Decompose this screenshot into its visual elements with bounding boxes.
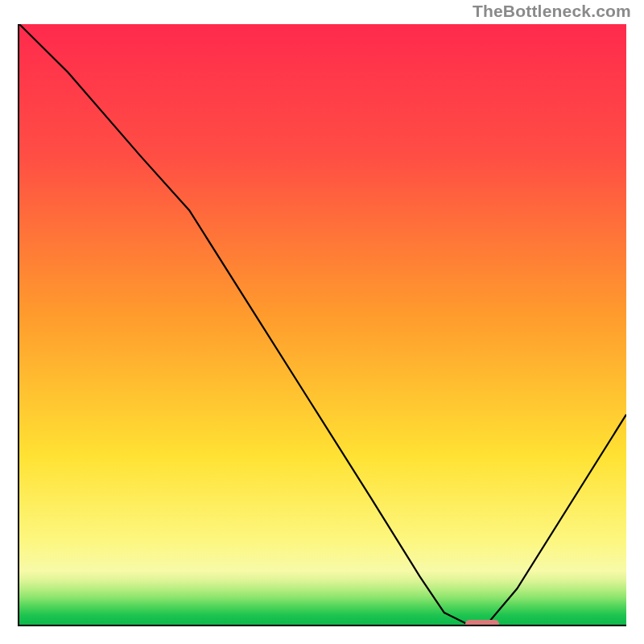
- chart-series-line: [19, 24, 626, 625]
- chart-sweet-spot-marker: [465, 620, 498, 626]
- watermark-text: TheBottleneck.com: [473, 2, 631, 21]
- chart-plot-area: [18, 24, 626, 626]
